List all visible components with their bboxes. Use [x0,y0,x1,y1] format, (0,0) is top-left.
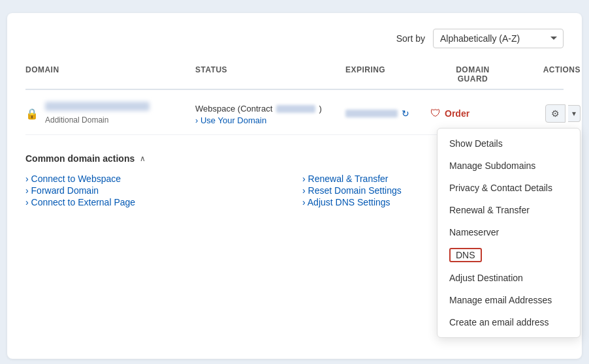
domain-info: Additional Domain [45,102,150,125]
actions-chevron-button[interactable]: ▾ [568,105,581,122]
actions-cell: ⚙ ▾ Show Details Manage Subdomains Priva… [515,104,581,123]
dns-label: DNS [449,248,482,262]
toolbar: Sort by Alphabetically (A-Z) Alphabetica… [25,29,564,48]
dropdown-item-create-email[interactable]: Create an email address [438,311,580,333]
dropdown-item-privacy-contact[interactable]: Privacy & Contact Details [438,177,580,199]
status-cell: Webspace (Contract ) Use Your Domain [195,102,345,125]
domain-subtitle: Additional Domain [45,115,108,125]
dropdown-item-show-details[interactable]: Show Details [438,132,580,155]
domain-guard-cell: 🛡 Order [430,108,515,119]
col-actions: Actions [515,65,581,83]
col-domain-guard: DOMAINGUARD [430,65,515,83]
common-actions-title: Common domain actions [25,153,135,164]
adjust-dns-link[interactable]: Adjust DNS Settings [302,195,390,209]
expiring-date-blurred [345,110,398,117]
common-actions-toggle[interactable]: ∧ [140,154,146,163]
expiring-cell: ↻ [345,108,430,119]
refresh-icon[interactable]: ↻ [402,108,409,119]
lock-icon: 🔒 [25,108,39,120]
table-row: 🔒 Additional Domain Webspace (Contract )… [25,93,564,135]
order-link[interactable]: Order [445,108,470,119]
dropdown-item-manage-subdomains[interactable]: Manage Subdomains [438,155,580,177]
domain-name-blurred [45,102,150,111]
connect-external-link[interactable]: Connect to External Page [25,195,135,209]
contract-blur [276,105,315,113]
col-domain: Domain [25,65,195,83]
col-expiring: Expiring [345,65,430,83]
dropdown-menu: Show Details Manage Subdomains Privacy &… [437,128,581,338]
status-text: Webspace (Contract ) [195,104,322,114]
table-header: Domain Status Expiring DOMAINGUARD Actio… [25,60,564,90]
dropdown-item-renewal-transfer[interactable]: Renewal & Transfer [438,199,580,221]
gear-button[interactable]: ⚙ [545,104,565,123]
dropdown-item-dns[interactable]: DNS [438,243,580,267]
dropdown-item-adjust-destination[interactable]: Adjust Destination [438,267,580,289]
sort-label: Sort by [396,33,425,44]
dropdown-item-nameserver[interactable]: Nameserver [438,221,580,243]
sort-select[interactable]: Alphabetically (A-Z) Alphabetically (Z-A… [433,29,564,48]
use-your-domain-link[interactable]: Use Your Domain [195,115,345,125]
left-actions: Connect to Webspace Forward Domain Conne… [25,173,287,208]
domain-cell: 🔒 Additional Domain [25,102,195,125]
shield-icon: 🛡 [430,108,441,119]
col-status: Status [195,65,345,83]
main-card: Sort by Alphabetically (A-Z) Alphabetica… [7,13,582,359]
dropdown-item-manage-email[interactable]: Manage email Addresses [438,289,580,311]
